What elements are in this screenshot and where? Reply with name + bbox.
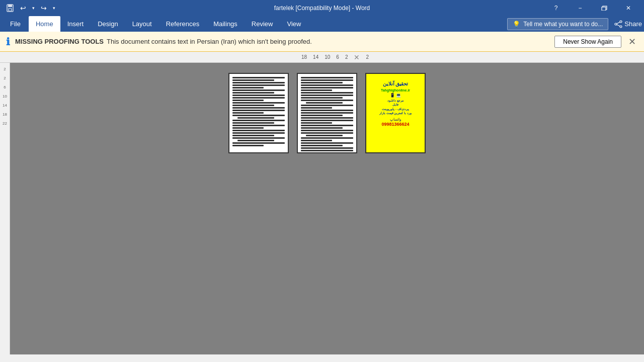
tab-view[interactable]: View [280, 16, 308, 32]
vertical-ruler: 2 2 6 10 14 18 22 [0, 63, 10, 354]
svg-rect-1 [8, 5, 12, 7]
page-thumbnail-1 [228, 73, 289, 153]
svg-point-5 [620, 26, 622, 28]
page2-line [301, 150, 353, 151]
tab-layout[interactable]: Layout [125, 16, 159, 32]
undo-button[interactable]: ↩ [18, 2, 28, 14]
ruler-v-10: 10 [3, 92, 7, 101]
ruler-v-2a: 2 [4, 65, 6, 74]
page1-line [232, 92, 274, 94]
page2-line [301, 77, 353, 78]
page2-line [301, 95, 353, 96]
page2-line [301, 120, 353, 121]
svg-rect-2 [9, 9, 12, 11]
tab-design[interactable]: Design [91, 16, 125, 32]
page1-line [232, 112, 264, 114]
yellow-icons-row: 📱 💻 [369, 93, 422, 98]
ruler-v-22: 22 [3, 119, 7, 128]
quick-access-toolbar: ↩ ▾ ↪ ▾ [4, 2, 57, 14]
tab-review[interactable]: Review [245, 16, 280, 32]
page2-line [301, 140, 332, 141]
page2-line [301, 79, 353, 81]
page1-line [232, 107, 285, 109]
yellow-phone-row: واتساپ 09981366624 [369, 118, 422, 127]
window-controls: ? − ✕ [544, 0, 640, 16]
page1-line [232, 82, 285, 83]
close-button[interactable]: ✕ [617, 0, 640, 16]
help-button[interactable]: ? [544, 0, 568, 16]
yellow-label: واتساپ [369, 118, 422, 122]
never-show-again-button[interactable]: Never Show Again [554, 36, 621, 48]
notification-close-button[interactable]: ✕ [626, 36, 638, 47]
save-button[interactable] [4, 2, 16, 14]
title-bar-title: fartelek [Compatibility Mode] - Word [274, 5, 370, 12]
page2-line [301, 97, 343, 99]
pages-row: تحقیق آنلاین Tahghighonline.ir 📱 💻 مرجع … [228, 73, 426, 153]
ruler-num-10: 10 [325, 54, 330, 60]
page1-line [232, 135, 274, 136]
ruler-num-2r: 2 [366, 54, 369, 60]
ruler-num-18: 18 [301, 54, 307, 60]
yellow-line4: ورد با کمترین قیمت بازار [369, 111, 422, 115]
page2-line [301, 130, 353, 131]
page-thumbnail-3: تحقیق آنلاین Tahghighonline.ir 📱 💻 مرجع … [365, 73, 426, 153]
page2-line [301, 122, 332, 124]
page2-line [301, 137, 353, 139]
page2-line [301, 117, 353, 119]
ruler-cross: ✕ [354, 53, 360, 61]
ruler-v-18: 18 [3, 110, 7, 119]
notification-title: MISSING PROOFING TOOLS [15, 38, 104, 45]
tab-mailings[interactable]: Mailings [206, 16, 245, 32]
page2-line [301, 142, 353, 144]
page1-line [232, 89, 285, 91]
svg-point-4 [620, 21, 622, 23]
page2-line [301, 112, 353, 114]
page1-line [232, 142, 285, 144]
svg-point-6 [615, 23, 617, 25]
page1-line [237, 140, 274, 141]
page1-line [232, 97, 285, 99]
page1-line [232, 127, 264, 129]
page2-line [301, 89, 332, 91]
page1-line [232, 95, 285, 96]
page2-line [301, 84, 353, 86]
page1-line [232, 100, 264, 101]
title-bar: ↩ ▾ ↪ ▾ fartelek [Compatibility Mode] - … [0, 0, 644, 16]
minimize-button[interactable]: − [569, 0, 592, 16]
page1-line [232, 87, 264, 88]
page1-line [232, 77, 285, 78]
page1-line [232, 115, 285, 116]
tab-file[interactable]: File [2, 16, 29, 32]
tell-me-icon: 💡 [513, 21, 520, 28]
page2-line [301, 145, 343, 146]
tab-references[interactable]: References [159, 16, 206, 32]
undo-dropdown-button[interactable]: ▾ [30, 4, 37, 13]
page2-content [298, 74, 356, 153]
share-button[interactable]: Share [614, 20, 642, 28]
yellow-line1: مرجع دانلـود [369, 99, 422, 103]
page2-line [306, 135, 343, 136]
restore-button[interactable] [593, 0, 616, 16]
page1-line [232, 102, 285, 104]
redo-button[interactable]: ↪ [39, 2, 49, 14]
ruler-num-2: 2 [345, 54, 348, 60]
yellow-page-content: تحقیق آنلاین Tahghighonline.ir 📱 💻 مرجع … [366, 74, 425, 130]
page2-line [301, 132, 353, 134]
tell-me-box[interactable]: 💡 Tell me what you want to do... [507, 18, 608, 30]
yellow-line3: پی‌دی‌اف - پاورپوینت [369, 107, 422, 111]
notification-icon: ℹ [6, 36, 10, 48]
page1-line [232, 110, 285, 111]
page1-line [232, 84, 285, 86]
tab-home[interactable]: Home [29, 16, 60, 32]
share-label: Share [624, 20, 642, 28]
page1-line [232, 105, 274, 106]
document-area[interactable]: تحقیق آنلاین Tahghighonline.ir 📱 💻 مرجع … [10, 63, 644, 354]
page1-line [232, 125, 285, 126]
page2-line [301, 105, 353, 106]
tab-insert[interactable]: Insert [60, 16, 91, 32]
page2-line [301, 115, 343, 116]
yellow-phone: 09981366624 [369, 122, 422, 127]
svg-line-8 [617, 25, 620, 26]
customize-qat-button[interactable]: ▾ [51, 4, 57, 13]
page1-line [232, 130, 285, 131]
